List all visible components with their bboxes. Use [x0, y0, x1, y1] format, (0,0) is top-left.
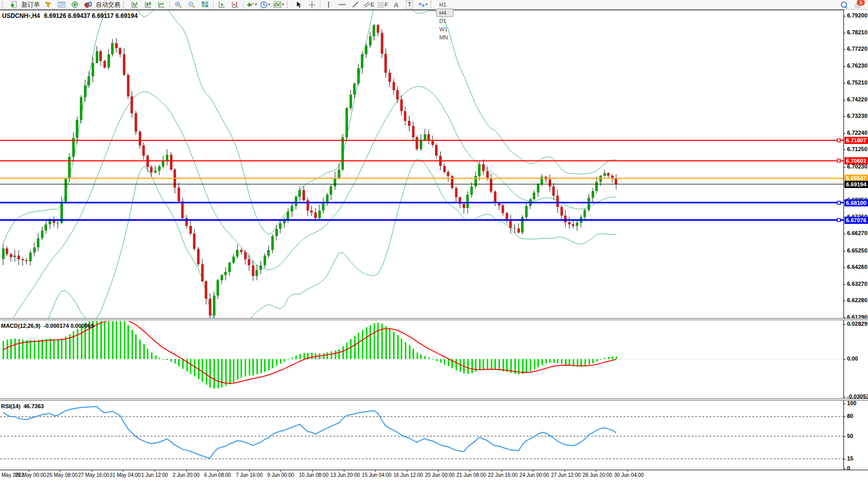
chart-title: USDCNH-,H46.69126 6.69437 6.69117 6.6919…: [2, 12, 142, 19]
price-tick: 6.62280: [847, 297, 867, 303]
text-tool-button[interactable]: A: [389, 0, 403, 10]
date-tick: [29, 470, 29, 472]
bar-chart-icon: [131, 1, 139, 8]
timeframe-h1[interactable]: H1: [436, 1, 453, 9]
mt4-terminal: 新订单 自动交易: [0, 0, 868, 483]
candlestick-chart-button[interactable]: [141, 0, 155, 10]
price-tick: 6.74220: [847, 96, 867, 102]
axis-tick: [843, 397, 845, 397]
price-line-label: 6.70601: [844, 157, 868, 164]
macd-panel-resize-handle[interactable]: [0, 318, 868, 320]
date-axis[interactable]: May 202225 May 00:0026 May 08:0027 May 1…: [0, 470, 868, 483]
timeframe-w1[interactable]: W1: [436, 25, 453, 33]
toolbar-grip[interactable]: [430, 1, 433, 8]
new-order-label[interactable]: 新订单: [21, 1, 40, 9]
date-label: 31 May 04:00: [110, 472, 141, 478]
axis-tick: [843, 83, 845, 83]
rsi-panel-resize-handle[interactable]: [0, 398, 868, 401]
toolbar-grip[interactable]: [123, 1, 126, 8]
date-label: 16 Jun 12:00: [394, 472, 423, 478]
rsi-tick: 100: [847, 400, 856, 406]
rsi-tick: 80: [847, 413, 853, 419]
timeframe-h4[interactable]: H4: [436, 9, 453, 17]
dropdown-caret: ▾: [268, 3, 270, 7]
rsi-tick: 15: [847, 455, 853, 461]
templates-button[interactable]: ▾: [272, 0, 286, 10]
date-label: 6 Jun 08:00: [204, 472, 231, 478]
timeframe-group: M1M5M15M30H1H4D1W1MN: [436, 0, 453, 41]
search-icon[interactable]: [841, 2, 848, 8]
date-label: 27 Jun 12:00: [551, 472, 581, 478]
toolbar-separator: [243, 1, 244, 9]
chart-shift-icon: [231, 1, 239, 8]
zoom-out-button[interactable]: [185, 0, 198, 10]
date-label: 7 Jun 16:00: [236, 472, 263, 478]
zoom-in-button[interactable]: [171, 0, 185, 10]
axis-tick: [843, 436, 845, 437]
price-line-label: 6.69194: [844, 181, 868, 188]
price-axis[interactable]: 6.792006.782106.772206.762306.752106.742…: [843, 10, 868, 470]
arrows-button[interactable]: ▾: [416, 0, 429, 10]
autotrading-label[interactable]: 自动交易: [96, 1, 120, 9]
axis-tick: [843, 100, 845, 100]
price-line-label: 6.71807: [844, 137, 868, 144]
chart-shift-button[interactable]: [228, 0, 242, 10]
date-label: 10 Jun 08:00: [299, 472, 329, 478]
date-tick: [280, 470, 281, 472]
crosshair-button[interactable]: [305, 0, 318, 10]
notification-badge: 1: [857, 0, 865, 6]
date-label: 30 Jun 04:00: [614, 472, 644, 478]
autotrading-button[interactable]: [81, 0, 95, 10]
vertical-line-button[interactable]: [322, 0, 335, 10]
new-chart-window-button[interactable]: [55, 0, 68, 10]
new-order-button[interactable]: [7, 0, 20, 10]
chat-icon[interactable]: 1: [855, 2, 863, 8]
auto-scroll-button[interactable]: [215, 0, 228, 10]
price-tick: 6.63270: [847, 281, 867, 287]
date-tick: [438, 470, 439, 472]
price-tick: 6.77220: [847, 46, 867, 52]
dropdown-caret: ▾: [255, 3, 257, 7]
bar-chart-button[interactable]: [128, 0, 141, 10]
cursor-button[interactable]: [292, 0, 305, 10]
crosshair-icon: [308, 1, 316, 9]
toolbar-grip[interactable]: [287, 1, 290, 8]
price-tick: 6.71250: [847, 146, 867, 152]
axis-tick: [843, 33, 845, 33]
fibonacci-button[interactable]: F: [376, 0, 389, 10]
date-label: 26 May 08:00: [47, 472, 78, 478]
vertical-line-icon: [326, 1, 332, 8]
signals-button[interactable]: [68, 0, 81, 10]
chart-window-icon: [58, 1, 66, 8]
line-chart-button[interactable]: [155, 0, 168, 10]
text-label-button[interactable]: T: [403, 0, 416, 10]
toolbar-separator: [320, 1, 320, 9]
date-label: 21 Jun 08:00: [457, 472, 486, 478]
indicators-button[interactable]: ▾: [245, 0, 258, 10]
timeframe-mn[interactable]: MN: [436, 33, 453, 41]
timeframe-d1[interactable]: D1: [436, 17, 453, 25]
date-label: 2 Jun 20:00: [173, 472, 200, 478]
trendline-button[interactable]: [349, 0, 362, 10]
rsi-label: RSI(14): [1, 403, 20, 409]
price-chart-canvas[interactable]: [0, 0, 868, 483]
funnel-button[interactable]: [41, 0, 55, 10]
indicators-icon: [247, 1, 254, 8]
date-tick: [533, 470, 533, 472]
axis-tick: [843, 150, 845, 150]
radar-icon: [71, 1, 78, 8]
periods-button[interactable]: ▾: [258, 0, 272, 10]
price-tick: 6.78210: [847, 29, 867, 35]
horizontal-line-button[interactable]: [335, 0, 349, 10]
funnel-icon: [45, 1, 52, 8]
axis-tick: [843, 324, 845, 325]
date-tick: [249, 470, 250, 472]
toolbar-right: 1: [841, 2, 868, 8]
channel-icon: [363, 2, 371, 8]
equidistant-channel-button[interactable]: E: [362, 0, 376, 10]
templates-icon: [273, 1, 281, 8]
toolbar-grip[interactable]: [2, 1, 5, 8]
price-tick: 6.75210: [847, 79, 867, 86]
price-line-label: 6.68100: [844, 199, 868, 206]
tile-windows-button[interactable]: [198, 0, 211, 10]
